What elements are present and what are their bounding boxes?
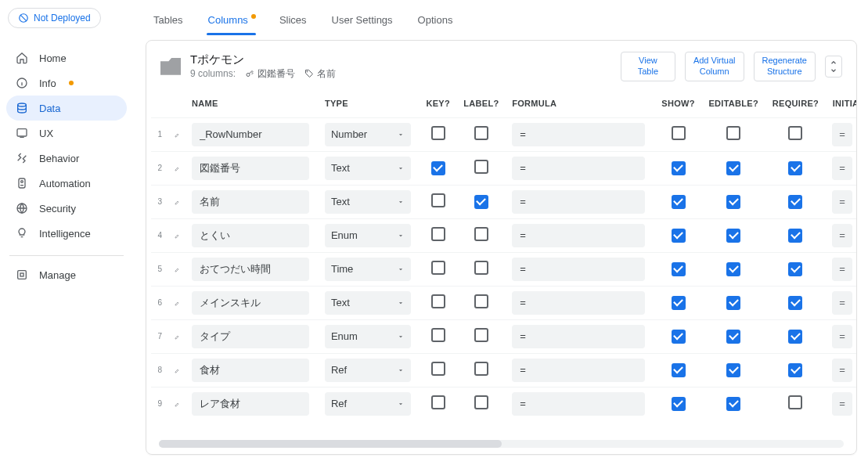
tab-options[interactable]: Options [416,14,455,35]
checkbox[interactable] [672,397,686,411]
formula-input[interactable]: = [512,258,645,281]
sidebar-item-ux[interactable]: UX [6,121,127,146]
edit-row-button[interactable] [175,128,179,140]
initial-value-input[interactable]: = [832,123,852,146]
expand-collapse-button[interactable] [825,56,842,78]
checkbox[interactable] [726,262,740,276]
column-type-select[interactable]: Enum [325,325,411,348]
sidebar-item-intelligence[interactable]: Intelligence [6,221,127,246]
horizontal-scrollbar[interactable] [159,440,844,448]
checkbox[interactable] [672,126,686,140]
edit-row-button[interactable] [175,330,179,342]
checkbox[interactable] [788,262,802,276]
column-name-input[interactable] [192,123,309,146]
checkbox[interactable] [474,195,488,209]
initial-value-input[interactable]: = [832,325,852,348]
formula-input[interactable]: = [512,392,645,416]
tab-slices[interactable]: Slices [278,14,308,35]
sidebar-item-home[interactable]: Home [6,45,127,70]
checkbox[interactable] [788,330,802,344]
checkbox[interactable] [788,126,802,140]
sidebar-item-automation[interactable]: Automation [6,171,127,196]
checkbox[interactable] [431,362,445,376]
column-type-select[interactable]: Text [325,157,411,180]
edit-row-button[interactable] [175,162,179,174]
column-name-input[interactable] [192,258,309,281]
columns-grid-scroll[interactable]: NAME TYPE KEY? LABEL? FORMULA SHOW? EDIT… [146,89,856,441]
column-name-input[interactable] [192,392,309,416]
add-virtual-column-button[interactable]: Add VirtualColumn [685,52,744,81]
checkbox[interactable] [788,161,802,175]
sidebar-item-info[interactable]: Info [6,70,127,96]
initial-value-input[interactable]: = [832,224,852,247]
checkbox[interactable] [726,330,740,344]
initial-value-input[interactable]: = [832,359,852,382]
checkbox[interactable] [726,296,740,310]
checkbox[interactable] [672,262,686,276]
checkbox[interactable] [431,126,445,140]
checkbox[interactable] [788,195,802,209]
formula-input[interactable]: = [512,325,645,348]
initial-value-input[interactable]: = [832,190,852,214]
checkbox[interactable] [726,397,740,411]
column-name-input[interactable] [192,190,309,214]
regenerate-structure-button[interactable]: RegenerateStructure [754,52,816,81]
checkbox[interactable] [788,363,802,377]
edit-row-button[interactable] [175,398,179,409]
checkbox[interactable] [431,193,445,207]
checkbox[interactable] [788,229,802,243]
checkbox[interactable] [672,363,686,377]
edit-row-button[interactable] [175,364,179,376]
formula-input[interactable]: = [512,359,645,382]
tab-user-settings[interactable]: User Settings [330,14,394,35]
edit-row-button[interactable] [175,297,179,308]
initial-value-input[interactable]: = [832,291,852,315]
checkbox[interactable] [431,328,445,342]
checkbox[interactable] [474,227,488,241]
column-type-select[interactable]: Ref [325,392,411,416]
checkbox[interactable] [726,229,740,243]
column-name-input[interactable] [192,325,309,348]
tab-tables[interactable]: Tables [152,14,185,35]
checkbox[interactable] [788,395,802,409]
tab-columns[interactable]: Columns [207,14,256,35]
formula-input[interactable]: = [512,157,645,180]
initial-value-input[interactable]: = [832,258,852,281]
edit-row-button[interactable] [175,263,179,275]
scrollbar-thumb[interactable] [159,440,502,448]
checkbox[interactable] [474,261,488,275]
column-type-select[interactable]: Number [325,123,411,146]
checkbox[interactable] [672,161,686,175]
checkbox[interactable] [726,195,740,209]
checkbox[interactable] [431,227,445,241]
checkbox[interactable] [672,229,686,243]
formula-input[interactable]: = [512,224,645,247]
sidebar-item-data[interactable]: Data [6,96,127,121]
checkbox[interactable] [474,160,488,174]
deploy-status-pill[interactable]: Not Deployed [8,8,101,28]
column-name-input[interactable] [192,291,309,315]
column-type-select[interactable]: Ref [325,359,411,382]
checkbox[interactable] [672,330,686,344]
column-type-select[interactable]: Text [325,190,411,214]
checkbox[interactable] [726,363,740,377]
sidebar-item-security[interactable]: Security [6,196,127,221]
checkbox[interactable] [474,126,488,140]
column-type-select[interactable]: Time [325,258,411,281]
checkbox[interactable] [431,161,445,175]
formula-input[interactable]: = [512,291,645,315]
checkbox[interactable] [474,328,488,342]
checkbox[interactable] [726,161,740,175]
initial-value-input[interactable]: = [832,157,852,180]
checkbox[interactable] [474,395,488,409]
initial-value-input[interactable]: = [832,392,852,416]
sidebar-item-manage[interactable]: Manage [6,262,127,287]
checkbox[interactable] [431,261,445,275]
view-table-button[interactable]: ViewTable [621,52,675,81]
checkbox[interactable] [788,296,802,310]
column-type-select[interactable]: Enum [325,224,411,247]
checkbox[interactable] [672,296,686,310]
sidebar-item-behavior[interactable]: Behavior [6,146,127,171]
formula-input[interactable]: = [512,190,645,214]
checkbox[interactable] [672,195,686,209]
